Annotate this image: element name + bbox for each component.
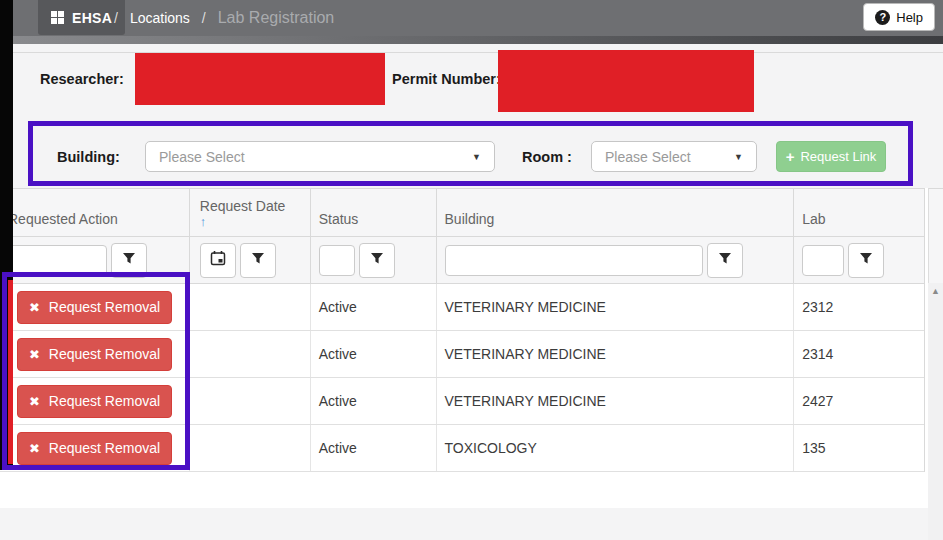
- researcher-redaction-box: [135, 53, 385, 105]
- top-navigation-bar: EHSA / Locations / Lab Registration ? He…: [0, 0, 943, 36]
- funnel-icon: [859, 251, 873, 269]
- cell-lab: 2427: [794, 378, 924, 424]
- column-header-requested-action[interactable]: Requested Action: [0, 189, 190, 236]
- filter-cell-requested-action: [0, 237, 190, 283]
- room-select[interactable]: Please Select ▼: [591, 141, 757, 172]
- filter-cell-status: [311, 237, 437, 283]
- breadcrumb-separator: /: [114, 10, 118, 26]
- question-mark-icon: ?: [875, 10, 890, 25]
- cell-status: Active: [311, 284, 437, 330]
- cell-request-date: [190, 331, 311, 377]
- funnel-icon: [718, 251, 732, 269]
- app-grid-icon: [51, 11, 64, 24]
- x-icon: ✖: [29, 347, 40, 362]
- x-icon: ✖: [29, 394, 40, 409]
- request-removal-label: Request Removal: [49, 440, 160, 456]
- grid-filter-row: [0, 237, 924, 284]
- funnel-icon: [122, 251, 136, 269]
- cell-requested-action: ✖ Request Removal: [0, 284, 190, 330]
- help-button-label: Help: [896, 10, 923, 25]
- column-header-status[interactable]: Status: [311, 189, 437, 236]
- table-row: ✖ Request Removal Active VETERINARY MEDI…: [0, 331, 924, 378]
- vertical-scrollbar[interactable]: [928, 283, 943, 540]
- room-label: Room :: [522, 149, 572, 165]
- funnel-icon: [370, 251, 384, 269]
- scrollbar-header-spacer: [928, 188, 943, 283]
- cell-building: TOXICOLOGY: [437, 425, 795, 471]
- column-header-request-date[interactable]: Request Date ↑: [190, 189, 311, 236]
- grid-header-row: Requested Action Request Date ↑ Status B…: [0, 189, 924, 237]
- requested-action-filter-input[interactable]: [8, 245, 107, 276]
- building-filter-input[interactable]: [445, 245, 703, 276]
- table-row: ✖ Request Removal Active TOXICOLOGY 135: [0, 425, 924, 472]
- filter-cell-request-date: [190, 237, 311, 283]
- cell-building: VETERINARY MEDICINE: [437, 331, 795, 377]
- cell-lab: 2312: [794, 284, 924, 330]
- plus-icon: +: [786, 148, 795, 165]
- room-select-value: Please Select: [605, 149, 691, 165]
- page-title: Lab Registration: [218, 9, 335, 27]
- cell-lab: 2314: [794, 331, 924, 377]
- x-icon: ✖: [29, 300, 40, 315]
- annotation-red-stripe: [8, 280, 13, 464]
- scroll-up-arrow-icon[interactable]: ▲: [928, 286, 943, 296]
- request-removal-label: Request Removal: [49, 393, 160, 409]
- status-filter-button[interactable]: [359, 243, 395, 278]
- column-header-building[interactable]: Building: [437, 189, 795, 236]
- building-label: Building:: [57, 149, 120, 165]
- cell-requested-action: ✖ Request Removal: [0, 425, 190, 471]
- calendar-icon: [210, 250, 226, 270]
- lab-filter-button[interactable]: [848, 243, 884, 278]
- lab-filter-input[interactable]: [802, 245, 844, 276]
- permit-number-redaction-box: [498, 50, 754, 112]
- requested-action-filter-button[interactable]: [111, 243, 147, 278]
- cell-request-date: [190, 284, 311, 330]
- cell-requested-action: ✖ Request Removal: [0, 331, 190, 377]
- request-removal-button[interactable]: ✖ Request Removal: [17, 338, 172, 371]
- request-removal-label: Request Removal: [49, 299, 160, 315]
- cell-requested-action: ✖ Request Removal: [0, 378, 190, 424]
- cell-status: Active: [311, 425, 437, 471]
- cell-status: Active: [311, 378, 437, 424]
- cell-lab: 135: [794, 425, 924, 471]
- cell-building: VETERINARY MEDICINE: [437, 284, 795, 330]
- cell-status: Active: [311, 331, 437, 377]
- building-select-value: Please Select: [159, 149, 245, 165]
- breadcrumb-locations[interactable]: Locations: [130, 10, 190, 26]
- status-filter-input[interactable]: [319, 245, 355, 276]
- request-removal-button[interactable]: ✖ Request Removal: [17, 385, 172, 418]
- chevron-down-icon: ▼: [734, 152, 743, 162]
- cell-request-date: [190, 378, 311, 424]
- cell-building: VETERINARY MEDICINE: [437, 378, 795, 424]
- researcher-label: Researcher:: [40, 71, 124, 87]
- chevron-down-icon: ▼: [472, 152, 481, 162]
- funnel-icon: [251, 251, 265, 269]
- request-link-label: Request Link: [800, 149, 876, 164]
- column-header-lab[interactable]: Lab: [794, 189, 924, 236]
- help-button[interactable]: ? Help: [863, 3, 935, 31]
- lab-registration-screen: EHSA / Locations / Lab Registration ? He…: [0, 0, 943, 540]
- permit-number-label: Permit Number:: [392, 71, 501, 87]
- table-row: ✖ Request Removal Active VETERINARY MEDI…: [0, 378, 924, 425]
- topbar-shadow-strip: [0, 36, 943, 44]
- request-link-button[interactable]: + Request Link: [776, 141, 886, 172]
- breadcrumb: / Locations / Lab Registration: [114, 0, 334, 36]
- table-row: ✖ Request Removal Active VETERINARY MEDI…: [0, 284, 924, 331]
- building-filter-button[interactable]: [707, 243, 743, 278]
- ehsa-home-button[interactable]: EHSA: [38, 0, 125, 35]
- breadcrumb-separator: /: [202, 10, 206, 26]
- filter-cell-lab: [794, 237, 924, 283]
- lab-registration-grid: Requested Action Request Date ↑ Status B…: [0, 188, 925, 472]
- x-icon: ✖: [29, 441, 40, 456]
- request-removal-button[interactable]: ✖ Request Removal: [17, 291, 172, 324]
- request-removal-button[interactable]: ✖ Request Removal: [17, 432, 172, 465]
- building-select[interactable]: Please Select ▼: [145, 141, 495, 172]
- sort-ascending-icon: ↑: [200, 217, 207, 227]
- filter-cell-building: [437, 237, 795, 283]
- cell-request-date: [190, 425, 311, 471]
- request-date-filter-button[interactable]: [240, 243, 276, 278]
- brand-label: EHSA: [72, 10, 112, 26]
- request-removal-label: Request Removal: [49, 346, 160, 362]
- date-picker-button[interactable]: [200, 243, 236, 278]
- footer-strip: [0, 508, 928, 540]
